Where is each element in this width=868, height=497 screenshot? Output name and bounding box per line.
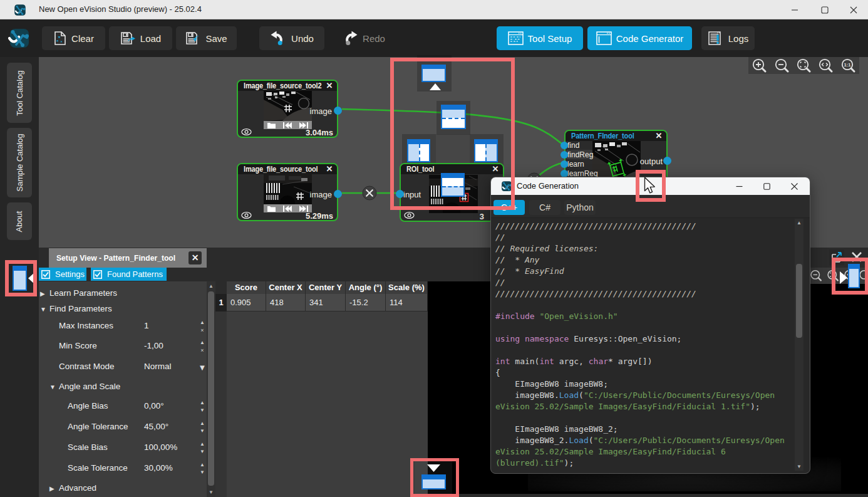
input-port-findreg[interactable] — [561, 151, 568, 159]
generated-code-area[interactable]: ////////////////////////////////////////… — [491, 217, 810, 473]
scrollbar-thumb[interactable] — [796, 264, 802, 338]
clear-button[interactable]: Clear — [42, 26, 105, 50]
param-row-min-score[interactable]: Min Score-1,00▲× — [39, 340, 207, 354]
settings-chip[interactable]: Settings — [39, 268, 86, 281]
dropdown-arrow-icon[interactable]: ▼ — [198, 360, 207, 376]
window-minimize-button[interactable] — [780, 0, 809, 19]
code-window-minimize-button[interactable] — [726, 177, 752, 195]
prev-image-icon[interactable] — [283, 206, 292, 212]
cell-scale[interactable]: 114 — [386, 294, 428, 311]
col-header-scale[interactable]: Scale (%) — [386, 281, 428, 294]
spinner-up-clear[interactable]: ▲× — [198, 339, 207, 355]
node-header[interactable]: Image_file_source_tool ✕ — [238, 164, 337, 174]
input-port-learn[interactable] — [561, 160, 568, 168]
input-port-find[interactable] — [561, 142, 568, 149]
spinner-up-down[interactable]: ▲▼ — [198, 441, 207, 457]
param-value[interactable]: Normal — [144, 362, 172, 371]
param-value[interactable]: 45,00° — [144, 422, 168, 431]
code-generator-button[interactable]: Code Generator — [587, 26, 692, 50]
window-maximize-button[interactable] — [810, 0, 839, 19]
param-row-contrast-mode[interactable]: Contrast ModeNormal▼ — [39, 361, 207, 375]
tab-csharp[interactable]: C# — [529, 200, 561, 215]
expand-arrow-icon[interactable]: ▶ — [40, 290, 45, 297]
scroll-down-icon[interactable]: ▼ — [207, 489, 215, 495]
save-button[interactable]: Save — [176, 26, 237, 50]
output-port[interactable] — [334, 107, 342, 115]
scroll-up-icon[interactable]: ▲ — [795, 220, 803, 226]
spinner-up-down[interactable]: ▲▼ — [198, 399, 207, 416]
param-value[interactable]: -1,00 — [144, 341, 163, 350]
spinner-up-clear[interactable]: ▲× — [198, 319, 207, 335]
node-header[interactable]: Image_file_source_tool2 ✕ — [238, 81, 337, 91]
open-folder-icon[interactable] — [267, 206, 276, 212]
open-folder-icon[interactable] — [267, 122, 276, 128]
tab-python[interactable]: Python — [564, 200, 596, 215]
redo-button[interactable]: Redo — [332, 26, 395, 50]
zoom-in-icon[interactable] — [751, 58, 768, 74]
col-header-angle[interactable]: Angle (°) — [346, 281, 386, 294]
parameters-scrollbar[interactable]: ▲ ▼ — [207, 281, 215, 497]
node-close-icon[interactable]: ✕ — [325, 165, 334, 174]
zoom-one-to-one-icon[interactable]: 1:1 — [840, 58, 857, 74]
param-value[interactable]: 100,00% — [144, 442, 177, 452]
node-close-icon[interactable]: ✕ — [325, 81, 334, 90]
found-patterns-chip[interactable]: Found Patterns — [91, 268, 167, 281]
viewer-zoom-out-icon[interactable] — [809, 269, 823, 283]
zoom-fit-width-icon[interactable] — [817, 58, 834, 74]
cell-centerx[interactable]: 418 — [266, 294, 306, 311]
zoom-out-icon[interactable] — [773, 58, 790, 74]
node-image-file-source-tool[interactable]: Image_file_source_tool ✕ — [237, 163, 338, 221]
output-port[interactable] — [334, 190, 342, 198]
param-value[interactable]: 30,00% — [144, 463, 173, 473]
collapse-arrow-icon[interactable]: ▼ — [49, 384, 56, 390]
node-close-icon[interactable]: ✕ — [654, 132, 663, 140]
param-row-angle-bias[interactable]: Angle Bias0,00°▲▼ — [39, 400, 207, 414]
col-header-score[interactable]: Score — [227, 281, 266, 294]
code-scrollbar[interactable]: ▲ ▼ — [795, 219, 803, 471]
cell-centery[interactable]: 341 — [306, 294, 346, 311]
sidebar-tab-about[interactable]: About — [7, 202, 32, 240]
param-row-scale-bias[interactable]: Scale Bias100,00%▲▼ — [39, 442, 207, 456]
cell-score[interactable]: 0.905 — [227, 294, 266, 311]
node-thumbnail[interactable] — [264, 91, 312, 121]
col-header-centerx[interactable]: Center X — [266, 281, 306, 294]
sidebar-tab-sample-catalog[interactable]: Sample Catalog — [7, 128, 32, 197]
zoom-fit-icon[interactable] — [795, 58, 812, 74]
param-row-angle-tolerance[interactable]: Angle Tolerance45,00°▲▼ — [39, 421, 207, 435]
visibility-eye-icon[interactable] — [241, 128, 252, 135]
tool-setup-button[interactable]: Tool Setup — [497, 26, 583, 50]
param-value[interactable]: 0,00° — [144, 401, 164, 411]
param-value[interactable]: 1 — [144, 321, 149, 330]
code-window-maximize-button[interactable] — [754, 177, 779, 195]
node-image-file-source-tool2[interactable]: Image_file_source_tool2 ✕ — [237, 80, 338, 138]
expand-arrow-icon[interactable]: ▶ — [49, 485, 54, 492]
spinner-up-down[interactable]: ▲▼ — [198, 420, 207, 436]
visibility-eye-icon[interactable] — [404, 212, 415, 219]
node-thumbnail[interactable] — [264, 174, 312, 204]
scroll-down-icon[interactable]: ▼ — [795, 464, 803, 469]
param-row-max-instances[interactable]: Max Instances1▲× — [39, 320, 207, 334]
setup-view-close-button[interactable]: ✕ — [189, 251, 202, 264]
visibility-eye-icon[interactable] — [241, 212, 252, 219]
next-image-icon[interactable] — [299, 206, 308, 212]
col-header-centery[interactable]: Center Y — [306, 281, 346, 294]
output-port[interactable] — [663, 157, 671, 165]
param-row-advanced[interactable]: ▶Advanced — [39, 483, 207, 496]
logs-button[interactable]: Logs — [701, 26, 755, 50]
scroll-up-icon[interactable]: ▲ — [207, 283, 215, 289]
param-row-scale-tolerance[interactable]: Scale Tolerance30,00%▲▼ — [39, 463, 207, 476]
sidebar-tab-tool-catalog[interactable]: Tool Catalog — [7, 63, 32, 123]
row-number[interactable]: 1 — [215, 294, 227, 311]
param-row-learn-parameters[interactable]: ▶Learn Parameters — [39, 288, 207, 301]
next-image-icon[interactable] — [299, 122, 308, 128]
setup-view-tab[interactable]: Setup View - Pattern_Finder_tool — [49, 248, 207, 268]
prev-image-icon[interactable] — [283, 122, 292, 128]
window-close-button[interactable] — [839, 0, 868, 19]
spinner-up-down[interactable]: ▲▼ — [198, 461, 207, 478]
cell-angle[interactable]: -15.2 — [346, 294, 386, 311]
load-button[interactable]: Load — [109, 26, 172, 50]
param-row-angle-and-scale[interactable]: ▼Angle and Scale — [39, 381, 207, 395]
scrollbar-thumb[interactable] — [208, 291, 214, 486]
param-row-find-parameters[interactable]: ▼Find Parameters — [39, 303, 207, 317]
node-header[interactable]: Pattern_FInder_tool ✕ — [566, 131, 666, 141]
